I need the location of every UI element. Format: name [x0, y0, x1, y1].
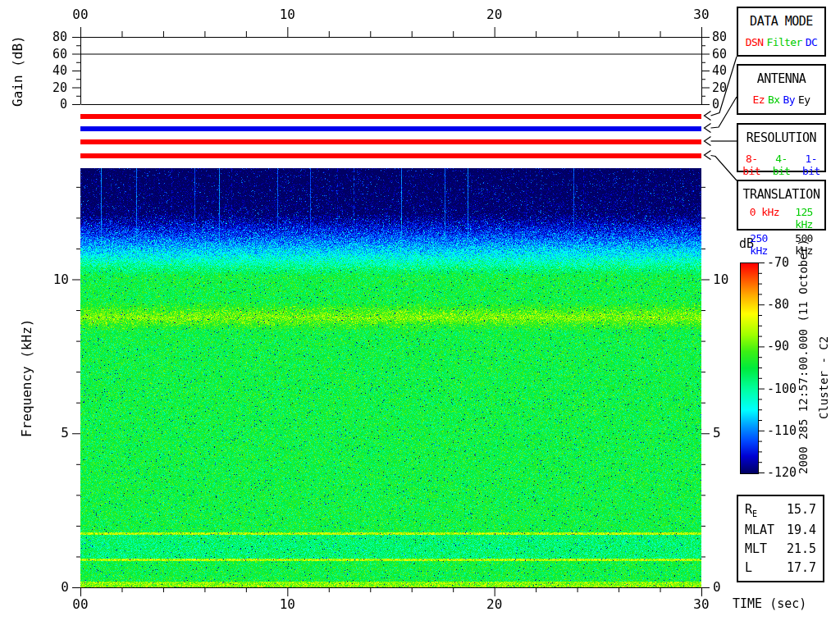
panel-title: TRANSLATION: [738, 187, 824, 202]
status-bar-data-mode: [80, 114, 701, 119]
info-row-mlt: MLT21.5: [745, 541, 816, 556]
freq-tick-label-right: 0: [713, 581, 721, 594]
info-label: L: [745, 560, 752, 575]
panel-translation: TRANSLATION0 kHz125 kHz250 kHz500 kHz: [737, 180, 826, 231]
time-tick-label-top: 10: [280, 8, 295, 21]
option-500-khz: 500 kHz: [783, 232, 824, 257]
time-tick-label-bottom: 00: [72, 598, 88, 611]
freq-tick-label-left: 0: [61, 581, 69, 594]
gain-tick-label-right: 40: [712, 65, 727, 77]
time-tick-label-top: 30: [693, 8, 709, 21]
colorbar-gradient: [740, 262, 759, 474]
panel-options: DSNFilterDC: [738, 36, 824, 48]
panel-title: DATA MODE: [738, 14, 824, 29]
spectrogram-heatmap: [80, 168, 701, 587]
spacecraft-annotation: Cluster - C2: [818, 336, 829, 419]
info-row-mlat: MLAT19.4: [745, 523, 816, 537]
time-tick-label-bottom: 30: [693, 598, 709, 611]
option-by: By: [783, 94, 795, 106]
gain-tick-label-right: 60: [712, 48, 727, 60]
panel-options: EzBxByEy: [738, 94, 824, 106]
colorbar-tick-label: -100: [767, 382, 797, 395]
status-bar-antenna: [80, 126, 701, 131]
info-value: 19.4: [787, 523, 816, 537]
gain-axis-label: Gain (dB): [11, 35, 25, 107]
option-0-khz: 0 kHz: [750, 206, 779, 231]
freq-tick-label-right: 5: [713, 427, 721, 440]
gain-tick-label-left: 80: [52, 31, 67, 43]
option-4-bit: 4-bit: [768, 153, 794, 177]
option-1-bit: 1-bit: [798, 153, 824, 177]
time-axis-label: TIME (sec): [733, 598, 806, 610]
option-8-bit: 8-bit: [738, 153, 765, 177]
time-tick-label-bottom: 10: [280, 598, 295, 611]
option-125-khz: 125 kHz: [783, 206, 824, 231]
pointer-line-translation: [711, 156, 737, 181]
freq-tick-label-left: 5: [61, 427, 69, 440]
info-row-l: L17.7: [745, 560, 816, 575]
time-tick-label-top: 00: [72, 8, 88, 21]
panel-title: ANTENNA: [738, 71, 824, 86]
gain-tick-label-right: 0: [712, 98, 719, 111]
panel-title: RESOLUTION: [738, 130, 824, 145]
panel-antenna: ANTENNAEzBxByEy: [737, 64, 826, 115]
panel-data-mode: DATA MODEDSNFilterDC: [737, 7, 826, 57]
time-tick-label-bottom: 20: [486, 598, 502, 611]
option-filter: Filter: [766, 36, 801, 48]
option-ey: Ey: [798, 94, 810, 106]
status-bar-translation: [80, 153, 701, 158]
time-tick-label-top: 20: [486, 8, 502, 21]
option-dsn: DSN: [746, 36, 764, 48]
option-bx: Bx: [768, 94, 779, 106]
colorbar-tick-label: -90: [767, 340, 789, 353]
freq-tick-label-left: 10: [53, 273, 69, 286]
info-value: 17.7: [787, 560, 816, 575]
info-value: 21.5: [787, 541, 816, 556]
datetime-annotation: 2000 285 12:57:00.000 (11 October): [797, 239, 809, 474]
colorbar-tick-label: -80: [767, 299, 789, 311]
option-ez: Ez: [753, 94, 765, 106]
colorbar-tick-label: -120: [767, 467, 797, 479]
pointer-arrowhead: [705, 151, 711, 160]
gain-tick-label-left: 0: [60, 98, 67, 111]
gain-tick-label-left: 20: [52, 81, 67, 94]
option-dc: DC: [806, 36, 817, 48]
colorbar-tick-label: -110: [767, 424, 797, 436]
colorbar-tick-label: -70: [767, 257, 789, 269]
pointer-arrowhead: [705, 124, 711, 133]
info-value: 15.7: [787, 502, 816, 518]
info-label: MLAT: [745, 523, 774, 537]
panel-resolution: RESOLUTION8-bit4-bit1-bit: [737, 123, 826, 172]
freq-tick-label-right: 10: [713, 273, 728, 286]
gain-tick-label-left: 60: [52, 48, 67, 60]
pointer-arrowhead: [705, 112, 711, 121]
ephemeris-info-box: RE15.7MLAT19.4MLT21.5L17.7: [737, 495, 824, 582]
panel-options: 0 kHz125 kHz250 kHz500 kHz: [738, 206, 824, 257]
panel-options: 8-bit4-bit1-bit: [738, 153, 824, 177]
frequency-axis-label: Frequency (kHz): [21, 319, 34, 438]
status-bar-resolution: [80, 139, 701, 144]
info-label: MLT: [745, 541, 767, 556]
spectrogram-display: Gain (dB) Frequency (kHz) dB 2000 285 12…: [0, 0, 840, 630]
gain-tick-label-right: 20: [712, 81, 727, 94]
info-label: RE: [745, 502, 757, 518]
info-row-r: RE15.7: [745, 502, 816, 518]
gain-tick-label-left: 40: [52, 65, 67, 77]
pointer-arrowhead: [705, 137, 711, 146]
gain-tick-label-right: 80: [712, 31, 727, 43]
option-250-khz: 250 kHz: [738, 232, 779, 257]
